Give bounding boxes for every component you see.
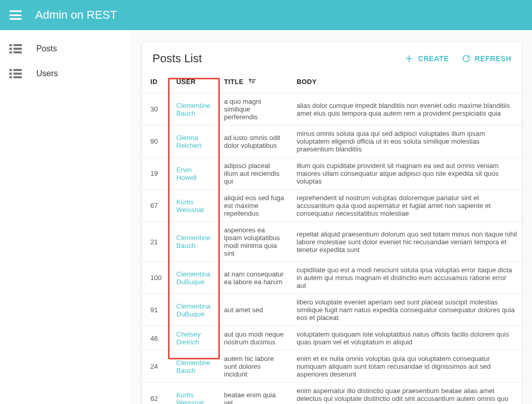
cell-body: illum quis cupiditate provident sit magn… — [288, 158, 522, 190]
cell-id: 46 — [142, 326, 168, 351]
col-body[interactable]: BODY — [288, 71, 522, 93]
app-title: Admin on REST — [35, 8, 117, 22]
user-link[interactable]: Kurtis Weissnat — [176, 391, 204, 405]
cell-id: 91 — [142, 294, 168, 326]
cell-title: at nam consequatur ea labore ea harum — [216, 262, 288, 294]
cell-title: aut amet sed — [216, 294, 288, 326]
table-row[interactable]: 62Kurtis Weissnatbeatae enim quia veleni… — [142, 383, 522, 405]
user-link[interactable]: Clementina DuBuque — [176, 302, 211, 318]
table-row[interactable]: 90Glenna Reichertad iusto omnis odit dol… — [142, 126, 522, 158]
cell-id: 21 — [142, 222, 168, 262]
plus-icon — [404, 54, 414, 63]
cell-title: beatae enim quia vel — [216, 383, 288, 405]
user-link[interactable]: Clementine Bauch — [176, 359, 211, 374]
cell-title: a quo magni similique perferendis — [216, 93, 288, 126]
cell-body: minus omnis soluta quia qui sed adipisci… — [288, 126, 522, 158]
cell-id: 19 — [142, 158, 168, 190]
cell-user: Clementine Bauch — [168, 351, 216, 383]
cell-id: 24 — [142, 351, 168, 383]
posts-table: ID USER TITLE — [142, 71, 522, 404]
cell-title: aut quo modi neque nostrum ducimus — [216, 326, 288, 351]
sidebar-item-label: Posts — [36, 44, 57, 53]
table-row[interactable]: 91Clementina DuBuqueaut amet sedlibero v… — [142, 294, 522, 326]
table-row[interactable]: 46Chelsey Dietrichaut quo modi neque nos… — [142, 326, 522, 351]
user-link[interactable]: Clementine Bauch — [176, 234, 211, 249]
table-header-row: ID USER TITLE — [142, 71, 522, 93]
cell-user: Kurtis Weissnat — [168, 190, 216, 222]
cell-user: Ervin Howell — [168, 158, 216, 190]
cell-title: aliquid eos sed fuga est maxime repellen… — [216, 190, 288, 222]
sidebar-item-users[interactable]: Users — [0, 61, 131, 86]
table-row[interactable]: 100Clementina DuBuqueat nam consequatur … — [142, 262, 522, 294]
col-title-label: TITLE — [224, 78, 244, 86]
create-button[interactable]: CREATE — [404, 54, 449, 63]
refresh-button[interactable]: REFRESH — [461, 54, 511, 63]
cell-body: voluptatem quisquam iste voluptatibus na… — [288, 326, 522, 351]
sidebar: Posts Users — [0, 30, 132, 404]
cell-user: Kurtis Weissnat — [168, 383, 216, 405]
create-label: CREATE — [418, 54, 449, 63]
cell-user: Clementine Bauch — [168, 93, 216, 126]
cell-user: Clementina DuBuque — [168, 262, 216, 294]
menu-icon[interactable] — [9, 10, 22, 20]
table-row[interactable]: 67Kurtis Weissnataliquid eos sed fuga es… — [142, 190, 522, 222]
user-link[interactable]: Clementine Bauch — [176, 102, 211, 117]
cell-user: Chelsey Dietrich — [168, 326, 216, 351]
table-row[interactable]: 21Clementine Bauchasperiores ea ipsam vo… — [142, 222, 522, 262]
list-icon — [9, 69, 22, 78]
table-row[interactable]: 19Ervin Howelladipisci placeat illum aut… — [142, 158, 522, 190]
refresh-label: REFRESH — [475, 54, 511, 63]
cell-title: adipisci placeat illum aut reiciendis qu… — [216, 158, 288, 190]
page-title: Posts List — [152, 52, 202, 65]
col-title[interactable]: TITLE — [216, 71, 288, 93]
sidebar-item-label: Users — [36, 69, 58, 78]
posts-card: Posts List CREATE REFRESH — [142, 43, 522, 404]
sort-asc-icon — [249, 78, 256, 86]
sidebar-item-posts[interactable]: Posts — [0, 36, 131, 61]
cell-body: alias dolor cumque impedit blanditiis no… — [288, 93, 522, 126]
cell-body: cupiditate quo est a modi nesciunt solut… — [288, 262, 522, 294]
col-id[interactable]: ID — [142, 71, 168, 93]
refresh-icon — [461, 54, 471, 63]
cell-id: 100 — [142, 262, 168, 294]
cell-user: Clementine Bauch — [168, 222, 216, 262]
cell-user: Clementina DuBuque — [168, 294, 216, 326]
table-row[interactable]: 30Clementine Baucha quo magni similique … — [142, 93, 522, 126]
cell-body: reprehenderit id nostrum voluptas dolore… — [288, 190, 522, 222]
cell-body: libero voluptate eveniet aperiam sed sun… — [288, 294, 522, 326]
table-row[interactable]: 24Clementine Bauchautem hic labore sunt … — [142, 351, 522, 383]
user-link[interactable]: Kurtis Weissnat — [176, 198, 204, 214]
user-link[interactable]: Ervin Howell — [176, 166, 197, 182]
user-link[interactable]: Clementina DuBuque — [176, 270, 211, 286]
cell-id: 30 — [142, 93, 168, 126]
user-link[interactable]: Glenna Reichert — [176, 134, 201, 149]
cell-title: asperiores ea ipsam voluptatibus modi mi… — [216, 222, 288, 262]
user-link[interactable]: Chelsey Dietrich — [176, 330, 201, 346]
cell-body: repellat aliquid praesentium dolorum quo… — [288, 222, 522, 262]
cell-title: ad iusto omnis odit dolor voluptatibus — [216, 126, 288, 158]
cell-body: enim et ex nulla omnis voluptas quia qui… — [288, 351, 522, 383]
cell-id: 67 — [142, 190, 168, 222]
list-icon — [9, 44, 22, 53]
cell-title: autem hic labore sunt dolores incidunt — [216, 351, 288, 383]
cell-user: Glenna Reichert — [168, 126, 216, 158]
cell-id: 90 — [142, 126, 168, 158]
cell-body: enim aspernatur illo distinctio quae pra… — [288, 383, 522, 405]
cell-id: 62 — [142, 383, 168, 405]
col-user[interactable]: USER — [168, 71, 216, 93]
app-bar: Admin on REST — [0, 0, 532, 30]
